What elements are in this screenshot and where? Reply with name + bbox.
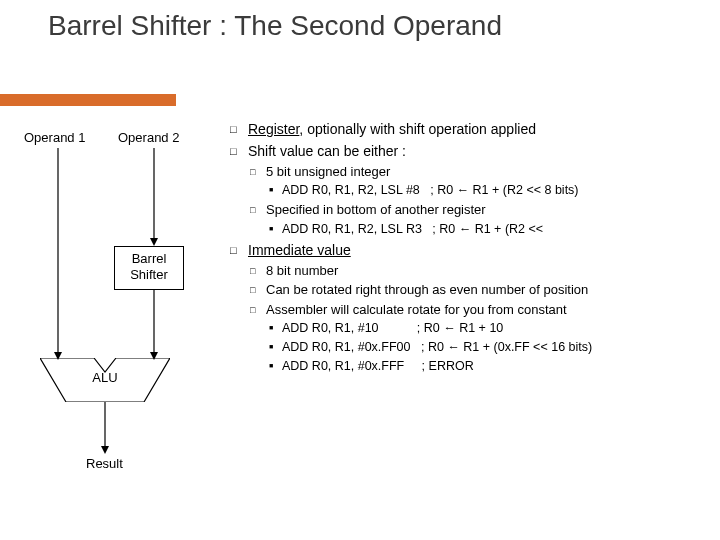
- cmt-error: ; ERROR: [404, 359, 473, 373]
- barrel-shifter-line2: Shifter: [115, 267, 183, 283]
- cmt-ff00: ; R0 ← R1 + (0x.FF << 16 bits): [411, 340, 593, 354]
- content-row: Operand 1 Operand 2 Barrel Shifter ALU: [0, 120, 720, 520]
- code-add-error: ADD R0, R1, #0x.FFF ; ERROR: [266, 358, 704, 375]
- bullet-assembler: Assembler will calculate rotate for you …: [248, 301, 704, 375]
- code-fff: ADD R0, R1, #0x.FFF: [282, 359, 404, 373]
- immediate-text: Immediate value: [248, 242, 351, 258]
- code-imm10: ADD R0, R1, #10: [282, 321, 379, 335]
- alu-label: ALU: [40, 370, 170, 385]
- cmt-imm10: ; R0 ← R1 + 10: [379, 321, 504, 335]
- code-add-ff00: ADD R0, R1, #0x.FF00 ; R0 ← R1 + (0x.FF …: [266, 339, 704, 356]
- svg-marker-8: [101, 446, 109, 454]
- 5bit-text: 5 bit unsigned integer: [266, 164, 390, 179]
- code-add-lsl-imm: ADD R0, R1, R2, LSL #8 ; R0 ← R1 + (R2 <…: [266, 182, 704, 199]
- register-rest: , optionally with shift operation applie…: [299, 121, 536, 137]
- cmt-lsl-imm: ; R0 ← R1 + (R2 << 8 bits): [420, 183, 579, 197]
- arrow-shifter-to-alu: [148, 290, 160, 360]
- alu-block: ALU: [40, 358, 170, 402]
- diagram: Operand 1 Operand 2 Barrel Shifter ALU: [0, 120, 230, 520]
- bullet-register: Register, optionally with shift operatio…: [230, 120, 704, 139]
- barrel-shifter-box: Barrel Shifter: [114, 246, 184, 290]
- svg-marker-1: [150, 238, 158, 246]
- bullet-8bit: 8 bit number: [248, 262, 704, 280]
- slide-title: Barrel Shifter : The Second Operand: [48, 8, 720, 43]
- operand2-label: Operand 2: [118, 130, 179, 145]
- arrow-op1-to-alu: [52, 148, 64, 360]
- bullet-rotate: Can be rotated right through as even num…: [248, 281, 704, 299]
- title-area: Barrel Shifter : The Second Operand: [0, 0, 720, 43]
- shift-value-text: Shift value can be either :: [248, 143, 406, 159]
- bullet-immediate: Immediate value 8 bit number Can be rota…: [230, 241, 704, 375]
- result-label: Result: [86, 456, 123, 471]
- code-add-imm10: ADD R0, R1, #10 ; R0 ← R1 + 10: [266, 320, 704, 337]
- bottom-reg-text: Specified in bottom of another register: [266, 202, 486, 217]
- code-lsl-imm: ADD R0, R1, R2, LSL #8: [282, 183, 420, 197]
- bullet-bottom-reg: Specified in bottom of another register …: [248, 201, 704, 237]
- barrel-shifter-line1: Barrel: [115, 251, 183, 267]
- assembler-text: Assembler will calculate rotate for you …: [266, 302, 567, 317]
- cmt-lsl-reg: ; R0 ← R1 + (R2 <<: [422, 222, 543, 236]
- slide: Barrel Shifter : The Second Operand Oper…: [0, 0, 720, 540]
- code-lsl-reg: ADD R0, R1, R2, LSL R3: [282, 222, 422, 236]
- operand1-label: Operand 1: [24, 130, 85, 145]
- bullet-5bit: 5 bit unsigned integer ADD R0, R1, R2, L…: [248, 163, 704, 199]
- bullet-shift-value: Shift value can be either : 5 bit unsign…: [230, 142, 704, 238]
- code-ff00: ADD R0, R1, #0x.FF00: [282, 340, 411, 354]
- bullet-content: Register, optionally with shift operatio…: [230, 120, 720, 520]
- arrow-alu-to-result: [99, 402, 111, 454]
- code-add-lsl-reg: ADD R0, R1, R2, LSL R3 ; R0 ← R1 + (R2 <…: [266, 221, 704, 238]
- accent-bar: [0, 94, 176, 106]
- register-underline: Register: [248, 121, 299, 137]
- arrow-op2-to-shifter: [148, 148, 160, 246]
